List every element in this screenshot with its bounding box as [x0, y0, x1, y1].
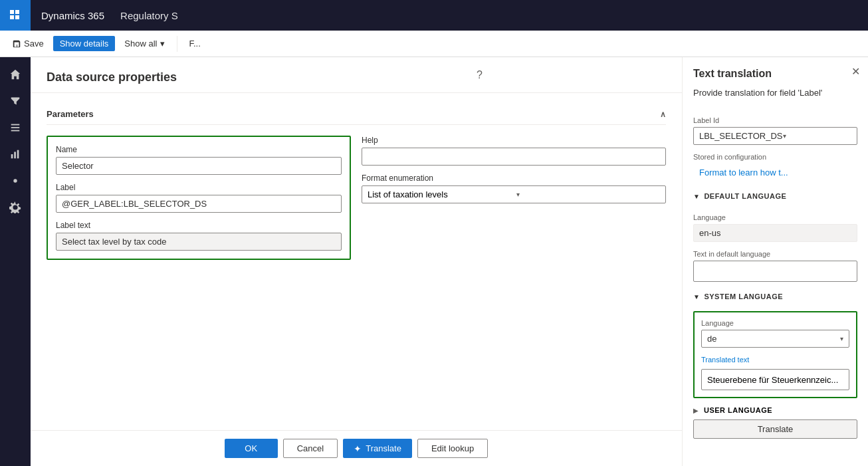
- svg-rect-1: [15, 10, 19, 14]
- format-button[interactable]: F...: [183, 36, 207, 51]
- dialog-title: Data source properties: [31, 57, 682, 93]
- svg-point-10: [13, 179, 17, 182]
- module-title: Regulatory S: [115, 10, 183, 21]
- panel-title: Text translation: [693, 68, 857, 80]
- sys-lang-chevron-icon: ▾: [776, 335, 844, 342]
- show-all-button[interactable]: Show all ▾: [118, 36, 171, 51]
- svg-rect-4: [11, 124, 20, 126]
- app-grid-icon[interactable]: [0, 0, 31, 31]
- save-button[interactable]: Save: [5, 36, 51, 51]
- default-lang-label: Language: [693, 213, 857, 221]
- modal-backdrop: Data source properties ? Parameters ∧ Na…: [31, 57, 868, 466]
- sys-language-label: Language: [701, 319, 849, 327]
- user-lang-chevron-icon[interactable]: ▶: [693, 407, 699, 414]
- label-id-value: LBL_SELECTOR_DS: [699, 131, 783, 141]
- stored-config-label: Stored in configuration: [693, 153, 857, 161]
- sidebar-settings-icon[interactable]: [3, 195, 27, 219]
- format-enum-value: List of taxation levels: [368, 189, 511, 199]
- translate-icon: ✦: [354, 443, 362, 454]
- svg-rect-3: [15, 15, 19, 19]
- data-source-dialog: Data source properties ? Parameters ∧ Na…: [31, 57, 682, 466]
- params-left-panel: Name Label Label text Select tax level b…: [47, 136, 351, 260]
- help-field-group: Help: [362, 136, 666, 166]
- dialog-body: Parameters ∧ Name Label: [31, 93, 682, 430]
- svg-rect-8: [14, 152, 16, 158]
- stored-config-value: Format to learn how t...: [693, 164, 857, 181]
- name-label: Name: [56, 145, 342, 154]
- sidebar-filter-icon[interactable]: [3, 89, 27, 113]
- svg-rect-9: [17, 150, 19, 159]
- sidebar-component-icon[interactable]: [3, 169, 27, 193]
- sys-language-value: de: [707, 334, 776, 344]
- label-id-dropdown[interactable]: LBL_SELECTOR_DS ▾: [693, 127, 857, 145]
- sys-lang-box: Language de ▾ Translated text: [693, 311, 857, 398]
- cancel-button[interactable]: Cancel: [283, 439, 338, 458]
- default-lang-section-header: ▼ DEFAULT LANGUAGE: [693, 192, 857, 200]
- panel-translate-button[interactable]: Translate: [693, 419, 857, 439]
- toolbar: Save Show details Show all ▾ F...: [0, 31, 868, 57]
- text-default-label: Text in default language: [693, 250, 857, 258]
- sidebar: [0, 57, 31, 466]
- label-text-label: Label text: [56, 221, 342, 230]
- default-lang-value: en-us: [693, 224, 857, 242]
- translated-text-label: Translated text: [701, 356, 849, 364]
- svg-rect-6: [11, 130, 20, 132]
- dialog-footer: OK Cancel ✦ Translate Edit lookup: [31, 430, 682, 466]
- parameters-section-header: Parameters ∧: [47, 104, 666, 125]
- chevron-down-icon: ▾: [160, 39, 165, 49]
- name-input[interactable]: [56, 157, 342, 175]
- stored-config-link[interactable]: Format to learn how t...: [699, 168, 788, 177]
- translated-text-input[interactable]: [701, 369, 849, 390]
- panel-close-button[interactable]: ✕: [851, 65, 860, 78]
- app-title: Dynamics 365: [31, 10, 115, 21]
- name-field-group: Name: [56, 145, 342, 175]
- label-field-group: Label: [56, 183, 342, 213]
- translate-button[interactable]: ✦ Translate: [343, 439, 412, 458]
- svg-rect-0: [10, 10, 14, 14]
- help-label: Help: [362, 136, 666, 145]
- parameters-collapse-icon[interactable]: ∧: [660, 110, 666, 119]
- label-id-label: Label Id: [693, 116, 857, 124]
- ok-button[interactable]: OK: [225, 439, 278, 458]
- show-details-button[interactable]: Show details: [53, 36, 116, 51]
- format-enum-label: Format enumeration: [362, 174, 666, 183]
- label-id-chevron-icon: ▾: [783, 132, 852, 140]
- sys-language-dropdown[interactable]: de ▾: [701, 330, 849, 348]
- label-text-field-group: Label text Select tax level by tax code: [56, 221, 342, 251]
- svg-rect-7: [11, 154, 13, 158]
- parameters-label: Parameters: [47, 109, 94, 119]
- default-lang-collapse-icon[interactable]: ▼: [693, 193, 700, 200]
- toolbar-separator: [177, 36, 177, 52]
- top-bar: Dynamics 365 Regulatory S: [0, 0, 868, 31]
- format-enum-chevron-icon: ▾: [516, 191, 660, 198]
- help-input[interactable]: [362, 148, 666, 166]
- user-lang-label: USER LANGUAGE: [704, 406, 772, 414]
- main-area: FORMAT TO LEARN HOW TO LOOKUP LE D... Fo…: [0, 57, 868, 466]
- sys-lang-section-header: ▼ SYSTEM LANGUAGE: [693, 292, 857, 300]
- sidebar-home-icon[interactable]: [3, 62, 27, 86]
- params-right-panel: Help Format enumeration List of taxation…: [362, 136, 666, 260]
- sidebar-chart-icon[interactable]: [3, 142, 27, 166]
- sys-lang-collapse-icon[interactable]: ▼: [693, 293, 700, 300]
- format-enum-field-group: Format enumeration List of taxation leve…: [362, 174, 666, 203]
- translation-panel: ✕ Text translation Provide translation f…: [682, 57, 868, 466]
- svg-rect-2: [10, 15, 14, 19]
- edit-lookup-button[interactable]: Edit lookup: [417, 439, 488, 458]
- label-label: Label: [56, 183, 342, 192]
- params-grid: Name Label Label text Select tax level b…: [47, 136, 666, 260]
- svg-rect-5: [11, 127, 20, 128]
- content-pane: FORMAT TO LEARN HOW TO LOOKUP LE D... Fo…: [31, 57, 868, 466]
- panel-subtitle: Provide translation for field 'Label': [693, 88, 857, 98]
- label-input[interactable]: [56, 195, 342, 213]
- help-icon[interactable]: ?: [477, 69, 483, 81]
- user-lang-section: ▶ USER LANGUAGE: [693, 406, 857, 414]
- text-default-input[interactable]: [693, 261, 857, 282]
- format-enum-select[interactable]: List of taxation levels ▾: [362, 185, 666, 203]
- label-text-value: Select tax level by tax code: [56, 233, 342, 251]
- sidebar-list-icon[interactable]: [3, 116, 27, 140]
